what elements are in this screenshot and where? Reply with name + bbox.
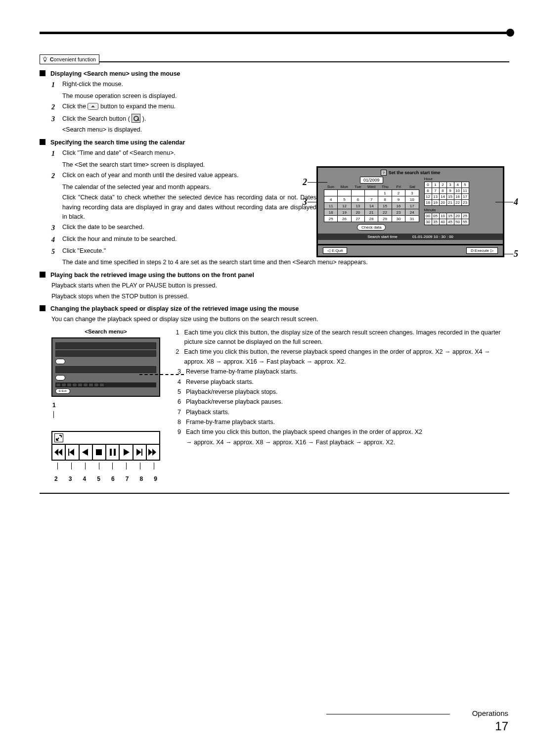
body-text: Playback starts when the PLAY or PAUSE b…	[51, 281, 509, 290]
step-sub: The date and time specified in steps 2 t…	[62, 258, 509, 267]
step-text: Click on each of year and month until th…	[62, 171, 316, 182]
play-icon	[120, 445, 133, 460]
callout-numbers: 2 3 4 5 6 7 8 9	[51, 470, 160, 484]
svg-line-3	[46, 57, 47, 58]
bottom-rule	[40, 493, 509, 494]
step-text: Click the Search button ( ).	[62, 114, 509, 125]
page-content: CConvenient functiononvenient function D…	[40, 54, 509, 494]
leader-line	[139, 374, 184, 375]
svg-rect-9	[141, 449, 142, 456]
legend-text: Playback/reverse playback pauses.	[186, 397, 283, 407]
step-sub: The calendar of the selected year and mo…	[62, 183, 316, 192]
svg-rect-8	[114, 449, 116, 456]
minute-label: Minute	[424, 208, 497, 212]
month-selector: 01/2009	[360, 177, 383, 184]
dialog-title: Set the search start time	[389, 170, 441, 175]
help-icon: ?	[381, 170, 387, 176]
section-title: Displaying <Search menu> using the mouse	[50, 69, 180, 79]
expand-menu-icon	[88, 103, 98, 110]
svg-rect-4	[44, 60, 45, 61]
legend-text: Each time you click this button, the pla…	[186, 427, 422, 437]
svg-rect-5	[68, 449, 69, 456]
section-marker	[40, 70, 45, 76]
section-change-speed: Changing the playback speed or display s…	[40, 304, 509, 314]
playback-legend: 1Each time you click this button, the di…	[175, 328, 509, 484]
step-text: Right-click the mouse.	[62, 80, 509, 91]
section-specify-time: Specifying the search time using the cal…	[40, 138, 509, 147]
dialog-footer: ◁E:Quit D:Execute▷	[316, 245, 504, 257]
quit-button: ◁E:Quit	[323, 247, 347, 254]
stop-icon	[93, 445, 106, 460]
step-sub: <Search menu> is displayed.	[62, 125, 509, 135]
callout-2: 2	[303, 177, 307, 188]
body-text: You can change the playback speed or dis…	[51, 315, 509, 324]
playback-control-figure	[51, 431, 160, 461]
section-marker	[40, 305, 45, 311]
step-rev-icon	[66, 445, 79, 460]
body-text: Playback stops when the STOP button is p…	[51, 292, 509, 301]
step-sub: The mouse operation screen is displayed.	[62, 92, 509, 101]
mini-search-menu: E:Exit	[51, 337, 160, 397]
legend-text-cont: → approx. X4 → approx. X8 → approx. X16 …	[186, 438, 509, 447]
mini-playback-icons	[55, 382, 156, 387]
calendar-grid: 123 45678910 11121314151617 181920212223…	[324, 189, 419, 222]
legend-text: Playback/reverse playback stops.	[186, 387, 278, 397]
figure-title: <Search menu>	[51, 328, 160, 336]
legend-text: Playback starts.	[186, 408, 229, 417]
svg-rect-6	[96, 449, 102, 455]
step-num: 2	[51, 102, 58, 113]
svg-rect-7	[110, 449, 112, 456]
callout-3: 3	[303, 197, 307, 207]
step-text: Click "Time and date" of <Search menu>.	[62, 148, 316, 159]
mini-exit-button: E:Exit	[55, 388, 70, 394]
section-marker	[40, 272, 45, 278]
legend-text: Each time you click this button, the rev…	[184, 347, 509, 367]
legend-text: Each time you click this button, the dis…	[184, 328, 509, 347]
search-menu-figure: <Search menu> E:Exit 1	[51, 328, 160, 484]
legend-text: Reverse playback starts.	[186, 378, 254, 387]
callout-4: 4	[514, 197, 518, 207]
execute-button: D:Execute▷	[466, 247, 498, 254]
step-fwd-icon	[134, 445, 147, 460]
fast-rev-icon	[52, 445, 66, 460]
convenient-function-tag: CConvenient functiononvenient function	[40, 54, 99, 64]
footer-section: Operations	[472, 709, 508, 717]
legend-text: Frame-by-frame playback starts.	[186, 418, 275, 427]
svg-point-0	[44, 57, 46, 60]
check-data-button: Check data	[357, 224, 386, 231]
step-num: 3	[51, 114, 58, 125]
legend-text: Reverse frame-by-frame playback starts.	[186, 367, 298, 377]
calendar-figure: ? Set the search start time 01/2009 SunM…	[316, 166, 504, 257]
step-sub: The <Set the search start time> screen i…	[62, 160, 316, 170]
dow-row: SunMonTueWedThuFriSat	[324, 185, 419, 189]
pause-icon	[106, 445, 120, 460]
tag-label: CConvenient functiononvenient function	[50, 55, 96, 63]
step-sub: Click "Check data" to check whether the …	[62, 193, 316, 222]
minute-grid: 000510152025 303540455055	[424, 213, 469, 225]
fast-fwd-icon	[147, 445, 159, 460]
svg-line-2	[43, 57, 44, 58]
footer-rule	[326, 714, 450, 714]
hour-grid: 012345 67891011 121314151617 18192021222…	[424, 182, 469, 206]
callout-1: 1	[52, 401, 160, 410]
hour-label: Hour	[424, 177, 497, 181]
step-text: Click the button to expand the menu.	[62, 102, 509, 113]
callout-5: 5	[514, 249, 518, 259]
rev-play-icon	[80, 445, 93, 460]
step-text: Click "Execute."	[62, 246, 316, 257]
page-number: 17	[472, 719, 508, 733]
bulb-icon	[42, 56, 48, 62]
step-text: Click the date to be searched.	[62, 223, 316, 234]
resize-icon	[54, 433, 63, 442]
section-title: Playing back the retrieved image using t…	[50, 271, 254, 280]
top-rule	[40, 32, 509, 34]
step-num: 1	[51, 80, 58, 91]
section-title: Changing the playback speed or display s…	[50, 304, 299, 314]
section-display-search-menu: Displaying <Search menu> using the mouse	[40, 69, 509, 79]
page-footer: Operations 17	[472, 709, 508, 733]
section-playing-back: Playing back the retrieved image using t…	[40, 271, 509, 280]
status-bar: Search start time 01-01-2009 10 : 30 : 0…	[318, 234, 503, 240]
section-title: Specifying the search time using the cal…	[50, 138, 185, 147]
tag-rule	[40, 61, 509, 62]
step-text: Click the hour and minute to be searched…	[62, 235, 316, 245]
